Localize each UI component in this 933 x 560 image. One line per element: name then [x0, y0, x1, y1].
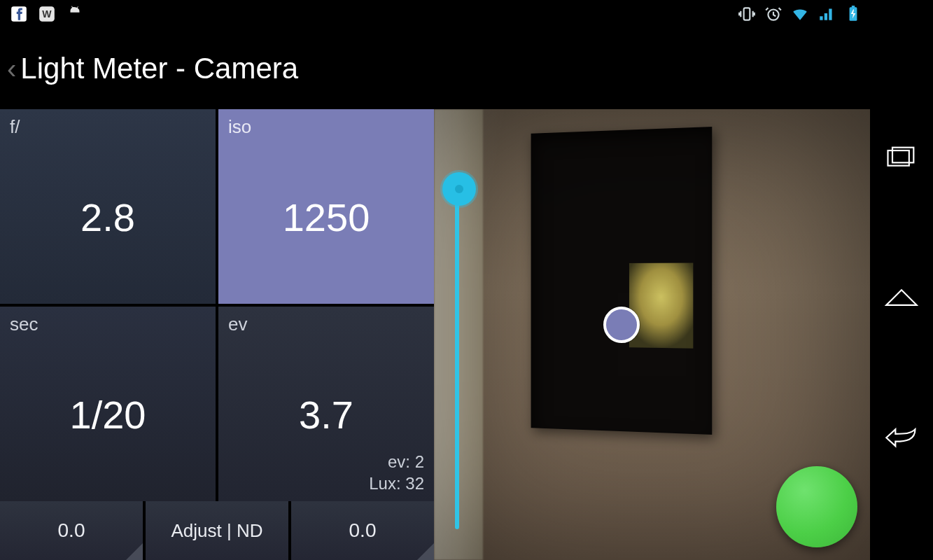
back-button[interactable]	[883, 421, 920, 449]
facebook-icon	[10, 5, 28, 23]
svg-text:W: W	[42, 8, 52, 20]
svg-rect-3	[744, 8, 750, 20]
ev-tile[interactable]: ev 3.7 ev: 2 Lux: 32	[218, 307, 434, 501]
preview-object-frame	[531, 127, 713, 435]
svg-rect-6	[852, 6, 855, 8]
content-area: f/ 2.8 iso 1250 sec 1/20 ev 3.7 ev: 2 L	[0, 109, 870, 560]
back-chevron-icon[interactable]: ‹	[7, 53, 16, 85]
spot-meter-marker[interactable]	[603, 307, 640, 343]
wifi-icon	[791, 5, 809, 23]
shutter-label: sec	[10, 314, 206, 335]
iso-label: iso	[228, 116, 424, 138]
adjust-left-value[interactable]: 0.0	[0, 501, 143, 560]
aperture-label: f/	[10, 116, 206, 138]
status-left-icons: W	[10, 5, 84, 23]
app-title-bar[interactable]: ‹ Light Meter - Camera	[0, 28, 870, 109]
device-nav-bar	[870, 0, 933, 560]
ev-extra-readout: ev: 2 Lux: 32	[369, 451, 424, 494]
readings-pane: f/ 2.8 iso 1250 sec 1/20 ev 3.7 ev: 2 L	[0, 109, 434, 560]
adjust-nd-label[interactable]: Adjust | ND	[146, 501, 288, 560]
ev-label: ev	[228, 314, 424, 335]
alarm-icon	[764, 5, 783, 23]
adjust-right-value[interactable]: 0.0	[291, 501, 434, 560]
home-button[interactable]	[883, 284, 920, 312]
camera-preview[interactable]	[434, 109, 870, 560]
svg-rect-7	[888, 150, 909, 166]
adjust-right-text: 0.0	[349, 519, 377, 542]
ev-extra-ev: ev: 2	[369, 451, 424, 472]
app-title: Light Meter - Camera	[20, 52, 298, 85]
aperture-tile[interactable]: f/ 2.8	[0, 109, 216, 304]
iso-value: 1250	[228, 138, 424, 297]
vibrate-icon	[738, 5, 756, 23]
w-app-icon: W	[38, 5, 56, 23]
device-screen: W 10:23 ‹ Light	[0, 0, 933, 560]
cell-signal-icon	[818, 5, 836, 23]
status-bar: W 10:23	[0, 0, 933, 28]
shutter-value: 1/20	[10, 335, 206, 494]
adjust-left-text: 0.0	[58, 519, 85, 542]
recents-button[interactable]	[883, 146, 920, 174]
iso-tile[interactable]: iso 1250	[218, 109, 434, 304]
spinner-corner-icon	[126, 543, 143, 560]
aperture-value: 2.8	[10, 138, 206, 297]
adjust-nd-text: Adjust | ND	[171, 520, 262, 542]
spinner-corner-icon	[417, 543, 434, 560]
exposure-slider-track[interactable]	[455, 179, 459, 529]
ev-extra-lux: Lux: 32	[369, 472, 424, 494]
capture-button[interactable]	[776, 466, 857, 547]
battery-charging-icon	[844, 5, 862, 23]
exposure-slider-thumb[interactable]	[442, 172, 476, 206]
shutter-tile[interactable]: sec 1/20	[0, 307, 216, 501]
android-icon	[66, 5, 84, 23]
